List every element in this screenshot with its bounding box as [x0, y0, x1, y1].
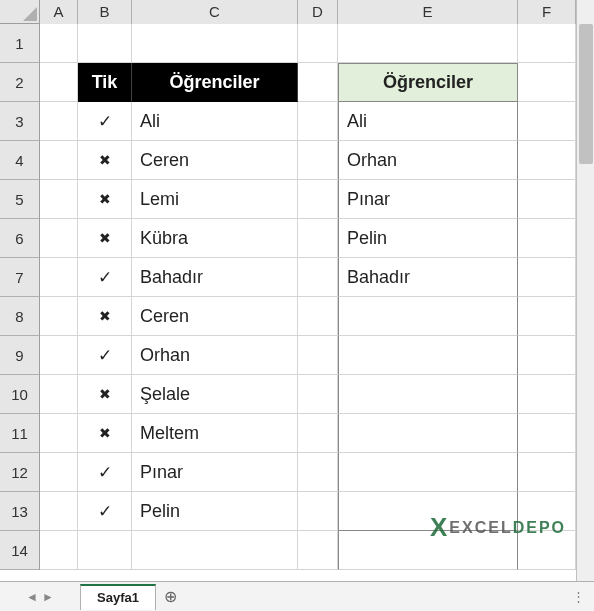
student-name-cell[interactable]: Meltem: [132, 414, 298, 453]
student-name-cell[interactable]: Bahadır: [132, 258, 298, 297]
cell[interactable]: [40, 336, 78, 375]
spreadsheet-grid[interactable]: A B C D E F 12TikÖğrencilerÖğrenciler3✓A…: [0, 0, 594, 581]
check-icon[interactable]: ✓: [78, 336, 132, 375]
cell[interactable]: [338, 453, 518, 492]
row-header[interactable]: 11: [0, 414, 40, 453]
cell[interactable]: [40, 453, 78, 492]
cell[interactable]: [518, 297, 576, 336]
cell[interactable]: [298, 102, 338, 141]
cell[interactable]: [132, 24, 298, 63]
tab-next-icon[interactable]: ►: [42, 590, 54, 604]
cell[interactable]: [40, 297, 78, 336]
row-header[interactable]: 8: [0, 297, 40, 336]
student-name-cell[interactable]: Pınar: [132, 453, 298, 492]
student-name-cell[interactable]: Ceren: [132, 141, 298, 180]
cell[interactable]: [298, 258, 338, 297]
col-header-F[interactable]: F: [518, 0, 576, 24]
cell[interactable]: [518, 414, 576, 453]
sheet-tab-active[interactable]: Sayfa1: [80, 584, 156, 610]
header-ogrenciler-right[interactable]: Öğrenciler: [338, 63, 518, 102]
cell[interactable]: [40, 258, 78, 297]
row-header[interactable]: 5: [0, 180, 40, 219]
scrollbar-thumb[interactable]: [579, 24, 593, 164]
cell[interactable]: [518, 180, 576, 219]
cell[interactable]: [518, 102, 576, 141]
tab-nav-arrows[interactable]: ◄ ►: [0, 590, 80, 604]
cross-icon[interactable]: ✖: [78, 375, 132, 414]
cell[interactable]: [518, 219, 576, 258]
cell[interactable]: [40, 24, 78, 63]
check-icon[interactable]: ✓: [78, 453, 132, 492]
row-header[interactable]: 10: [0, 375, 40, 414]
cell[interactable]: [298, 375, 338, 414]
cell[interactable]: [518, 63, 576, 102]
cell[interactable]: [298, 24, 338, 63]
student-name-cell[interactable]: Şelale: [132, 375, 298, 414]
cell[interactable]: [40, 63, 78, 102]
cell[interactable]: [298, 180, 338, 219]
check-icon[interactable]: ✓: [78, 492, 132, 531]
cell[interactable]: [518, 24, 576, 63]
cell[interactable]: [338, 297, 518, 336]
cross-icon[interactable]: ✖: [78, 297, 132, 336]
student-name-cell[interactable]: Kübra: [132, 219, 298, 258]
vertical-scrollbar[interactable]: [576, 0, 594, 581]
filtered-student-cell[interactable]: Pelin: [338, 219, 518, 258]
check-icon[interactable]: ✓: [78, 258, 132, 297]
cell[interactable]: [40, 492, 78, 531]
row-header[interactable]: 14: [0, 531, 40, 570]
student-name-cell[interactable]: Lemi: [132, 180, 298, 219]
cell[interactable]: [298, 141, 338, 180]
col-header-E[interactable]: E: [338, 0, 518, 24]
row-header[interactable]: 3: [0, 102, 40, 141]
col-header-A[interactable]: A: [40, 0, 78, 24]
filtered-student-cell[interactable]: Bahadır: [338, 258, 518, 297]
student-name-cell[interactable]: Pelin: [132, 492, 298, 531]
row-header[interactable]: 2: [0, 63, 40, 102]
cell[interactable]: [298, 219, 338, 258]
cell[interactable]: [40, 102, 78, 141]
filtered-student-cell[interactable]: Pınar: [338, 180, 518, 219]
cell[interactable]: [338, 336, 518, 375]
cell[interactable]: [40, 180, 78, 219]
cell[interactable]: [338, 414, 518, 453]
cell[interactable]: [40, 531, 78, 570]
cell[interactable]: [298, 492, 338, 531]
cell[interactable]: [40, 219, 78, 258]
cross-icon[interactable]: ✖: [78, 414, 132, 453]
cell[interactable]: [298, 336, 338, 375]
student-name-cell[interactable]: Ali: [132, 102, 298, 141]
filtered-student-cell[interactable]: Orhan: [338, 141, 518, 180]
cell[interactable]: [40, 414, 78, 453]
cross-icon[interactable]: ✖: [78, 180, 132, 219]
row-header[interactable]: 12: [0, 453, 40, 492]
cross-icon[interactable]: ✖: [78, 141, 132, 180]
header-ogrenciler-left[interactable]: Öğrenciler: [132, 63, 298, 102]
header-tik[interactable]: Tik: [78, 63, 132, 102]
check-icon[interactable]: ✓: [78, 102, 132, 141]
col-header-B[interactable]: B: [78, 0, 132, 24]
row-header[interactable]: 6: [0, 219, 40, 258]
col-header-D[interactable]: D: [298, 0, 338, 24]
cell[interactable]: [40, 141, 78, 180]
cell[interactable]: [132, 531, 298, 570]
cell[interactable]: [518, 336, 576, 375]
cell[interactable]: [338, 24, 518, 63]
filtered-student-cell[interactable]: Ali: [338, 102, 518, 141]
cell[interactable]: [40, 375, 78, 414]
cell[interactable]: [518, 453, 576, 492]
cell[interactable]: [298, 453, 338, 492]
cross-icon[interactable]: ✖: [78, 219, 132, 258]
row-header[interactable]: 13: [0, 492, 40, 531]
student-name-cell[interactable]: Orhan: [132, 336, 298, 375]
tab-overflow-icon[interactable]: ⋮: [572, 589, 586, 604]
cell[interactable]: [338, 375, 518, 414]
cell[interactable]: [78, 24, 132, 63]
row-header[interactable]: 4: [0, 141, 40, 180]
cell[interactable]: [298, 531, 338, 570]
cell[interactable]: [78, 531, 132, 570]
cell[interactable]: [298, 63, 338, 102]
cell[interactable]: [298, 414, 338, 453]
add-sheet-button[interactable]: ⊕: [156, 587, 186, 606]
cell[interactable]: [298, 297, 338, 336]
